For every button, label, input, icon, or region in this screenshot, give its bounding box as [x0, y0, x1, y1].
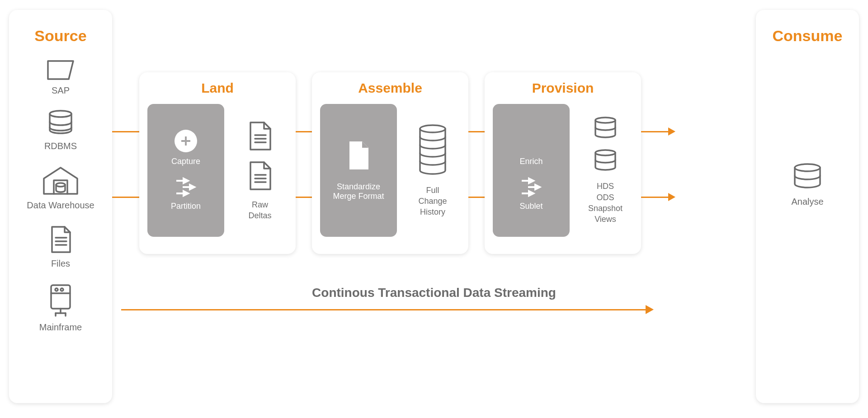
source-item-files: Files: [47, 224, 74, 269]
connector-line: [296, 131, 312, 132]
partition-label: Partition: [171, 202, 201, 211]
svg-point-37: [595, 117, 615, 123]
raw-deltas-label: Raw Deltas: [248, 199, 271, 221]
connector-arrow: [641, 197, 668, 198]
source-item-rdbms: RDBMS: [44, 109, 77, 151]
svg-point-39: [795, 164, 820, 171]
provision-title: Provision: [485, 80, 641, 96]
source-label: RDBMS: [44, 141, 77, 151]
analyse-database-icon: [791, 162, 824, 191]
streaming-arrow: [121, 309, 646, 310]
land-card: Land Capture: [139, 72, 296, 254]
svg-point-1: [50, 111, 71, 117]
connector-line: [468, 197, 485, 198]
partition-arrows-icon: [174, 177, 198, 197]
source-item-sap: SAP: [44, 58, 77, 96]
plus-circle-icon: [175, 130, 197, 152]
standardize-label: Standardize Merge Format: [333, 182, 384, 201]
provision-right: HDS ODS Snapshot Views: [578, 104, 633, 237]
source-label: SAP: [52, 85, 70, 96]
svg-marker-21: [184, 191, 188, 196]
land-title: Land: [139, 80, 296, 96]
provision-card: Provision Enrich: [485, 72, 641, 254]
full-change-history-label: Full Change History: [418, 185, 447, 218]
small-database-icon: [592, 148, 619, 174]
connector-line: [112, 131, 139, 132]
capture-label: Capture: [171, 157, 200, 166]
database-icon: [46, 109, 75, 137]
land-gray-box: Capture Partition: [147, 104, 224, 237]
assemble-title: Assemble: [312, 80, 468, 96]
svg-marker-0: [48, 61, 73, 79]
file-icon: [47, 224, 74, 255]
source-label: Mainframe: [39, 322, 82, 333]
consume-card: Consume Analyse: [756, 10, 859, 403]
consume-body: Analyse: [791, 162, 824, 207]
connector-line: [296, 197, 312, 198]
provision-gray-box: Enrich Sublet: [493, 104, 570, 237]
source-card: Source SAP RDBMS: [9, 10, 112, 403]
assemble-right: Full Change History: [405, 104, 460, 237]
source-item-warehouse: Data Warehouse: [27, 165, 94, 211]
source-title: Source: [14, 27, 108, 45]
streaming-label: Continous Transactional Data Streaming: [0, 286, 868, 300]
provision-inner: Enrich Sublet: [485, 96, 641, 245]
svg-point-2: [56, 183, 65, 187]
consume-title: Consume: [773, 27, 843, 45]
stack-database-icon: [416, 123, 449, 178]
document-icon: [246, 120, 274, 152]
source-label: Data Warehouse: [27, 200, 94, 211]
connector-line: [468, 131, 485, 132]
small-database-icon: [592, 116, 619, 141]
svg-marker-36: [529, 191, 533, 196]
enrich-label: Enrich: [519, 157, 542, 166]
svg-point-28: [420, 125, 445, 132]
assemble-inner: Standardize Merge Format Full Change His…: [312, 96, 468, 245]
svg-marker-19: [190, 185, 194, 189]
land-right: Raw Deltas: [232, 104, 288, 237]
svg-marker-32: [529, 178, 533, 183]
analyse-label: Analyse: [791, 197, 823, 207]
sublet-label: Sublet: [519, 202, 542, 211]
document-icon: [246, 160, 274, 192]
connector-arrow: [641, 131, 668, 132]
svg-point-38: [595, 150, 615, 155]
sap-icon: [44, 58, 77, 82]
assemble-gray-box: Standardize Merge Format: [320, 104, 397, 237]
source-label: Files: [51, 258, 70, 269]
warehouse-icon: [41, 165, 80, 197]
plus-icon: [520, 130, 542, 152]
hds-ods-label: HDS ODS Snapshot Views: [588, 181, 623, 225]
assemble-card: Assemble Standardize Merge Format: [312, 72, 468, 254]
svg-marker-17: [184, 178, 188, 183]
data-pipeline-diagram: Source SAP RDBMS: [0, 0, 868, 418]
blank-document-icon: [346, 140, 371, 171]
land-inner: Capture Partition: [139, 96, 296, 245]
svg-marker-34: [535, 185, 540, 189]
connector-line: [112, 197, 139, 198]
sublet-arrows-icon: [519, 177, 543, 197]
